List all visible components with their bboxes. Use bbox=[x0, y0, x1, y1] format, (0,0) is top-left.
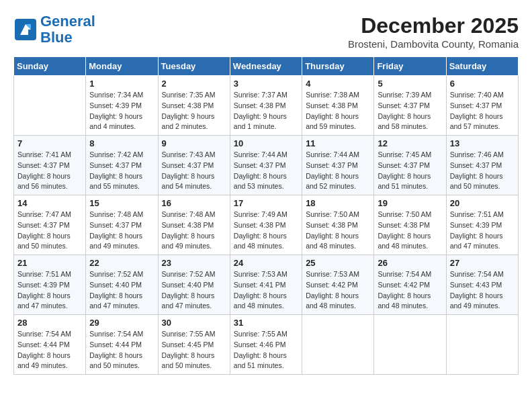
sunrise-time: Sunrise: 7:48 AM bbox=[89, 210, 154, 220]
sunrise-time: Sunrise: 7:34 AM bbox=[89, 90, 154, 101]
sunset-time: Sunset: 4:39 PM bbox=[450, 220, 515, 231]
calendar-cell: 30Sunrise: 7:55 AMSunset: 4:45 PMDayligh… bbox=[158, 315, 230, 375]
sunset-time: Sunset: 4:40 PM bbox=[162, 280, 226, 291]
calendar-cell: 6Sunrise: 7:40 AMSunset: 4:37 PMDaylight… bbox=[446, 76, 518, 136]
calendar-week-2: 7Sunrise: 7:41 AMSunset: 4:37 PMDaylight… bbox=[14, 136, 519, 195]
day-number: 29 bbox=[89, 318, 154, 328]
day-info: Sunrise: 7:51 AMSunset: 4:39 PMDaylight:… bbox=[17, 269, 82, 312]
sunrise-time: Sunrise: 7:45 AM bbox=[378, 150, 442, 161]
calendar-cell: 19Sunrise: 7:50 AMSunset: 4:38 PMDayligh… bbox=[374, 195, 446, 255]
daylight-hours: Daylight: 8 hours and 51 minutes. bbox=[234, 351, 298, 372]
day-number: 28 bbox=[17, 318, 82, 328]
day-info: Sunrise: 7:50 AMSunset: 4:38 PMDaylight:… bbox=[306, 210, 370, 252]
sunrise-time: Sunrise: 7:43 AM bbox=[162, 150, 226, 161]
calendar-cell: 2Sunrise: 7:35 AMSunset: 4:38 PMDaylight… bbox=[158, 76, 230, 136]
calendar-week-3: 14Sunrise: 7:47 AMSunset: 4:37 PMDayligh… bbox=[14, 195, 519, 255]
calendar-cell: 27Sunrise: 7:54 AMSunset: 4:43 PMDayligh… bbox=[446, 255, 518, 315]
calendar-cell: 4Sunrise: 7:38 AMSunset: 4:38 PMDaylight… bbox=[302, 76, 374, 136]
calendar-cell: 5Sunrise: 7:39 AMSunset: 4:37 PMDaylight… bbox=[374, 76, 446, 136]
calendar-cell: 1Sunrise: 7:34 AMSunset: 4:39 PMDaylight… bbox=[86, 76, 158, 136]
day-info: Sunrise: 7:49 AMSunset: 4:38 PMDaylight:… bbox=[234, 210, 298, 252]
day-info: Sunrise: 7:50 AMSunset: 4:38 PMDaylight:… bbox=[378, 210, 442, 252]
day-number: 15 bbox=[89, 198, 154, 208]
logo-text: General Blue bbox=[40, 13, 95, 46]
sunrise-time: Sunrise: 7:53 AM bbox=[234, 269, 298, 280]
calendar-cell: 16Sunrise: 7:48 AMSunset: 4:38 PMDayligh… bbox=[158, 195, 230, 255]
calendar-header-monday: Monday bbox=[86, 57, 158, 76]
day-number: 31 bbox=[234, 318, 298, 328]
day-number: 18 bbox=[306, 198, 370, 208]
day-info: Sunrise: 7:41 AMSunset: 4:37 PMDaylight:… bbox=[17, 150, 82, 192]
sunrise-time: Sunrise: 7:50 AM bbox=[306, 210, 370, 220]
daylight-hours: Daylight: 8 hours and 49 minutes. bbox=[162, 231, 226, 253]
day-info: Sunrise: 7:47 AMSunset: 4:37 PMDaylight:… bbox=[17, 210, 82, 252]
sunset-time: Sunset: 4:44 PM bbox=[17, 340, 82, 351]
logo: General Blue bbox=[13, 13, 95, 46]
calendar-table: SundayMondayTuesdayWednesdayThursdayFrid… bbox=[13, 56, 519, 375]
calendar-header-row: SundayMondayTuesdayWednesdayThursdayFrid… bbox=[14, 57, 519, 76]
day-number: 10 bbox=[234, 138, 298, 148]
day-number: 25 bbox=[306, 258, 370, 268]
day-info: Sunrise: 7:44 AMSunset: 4:37 PMDaylight:… bbox=[306, 150, 370, 192]
calendar-cell bbox=[446, 315, 518, 375]
calendar-cell: 31Sunrise: 7:55 AMSunset: 4:46 PMDayligh… bbox=[230, 315, 302, 375]
daylight-hours: Daylight: 8 hours and 59 minutes. bbox=[306, 111, 370, 133]
daylight-hours: Daylight: 8 hours and 52 minutes. bbox=[306, 171, 370, 193]
sunrise-time: Sunrise: 7:44 AM bbox=[234, 150, 298, 161]
sunset-time: Sunset: 4:37 PM bbox=[89, 220, 154, 231]
calendar-cell: 23Sunrise: 7:52 AMSunset: 4:40 PMDayligh… bbox=[158, 255, 230, 315]
daylight-hours: Daylight: 8 hours and 48 minutes. bbox=[306, 231, 370, 253]
day-info: Sunrise: 7:44 AMSunset: 4:37 PMDaylight:… bbox=[234, 150, 298, 192]
sunset-time: Sunset: 4:39 PM bbox=[17, 280, 82, 291]
daylight-hours: Daylight: 8 hours and 49 minutes. bbox=[17, 351, 82, 372]
day-number: 6 bbox=[450, 79, 515, 89]
logo-line2: Blue bbox=[40, 29, 73, 46]
sunset-time: Sunset: 4:39 PM bbox=[89, 101, 154, 111]
calendar-header-thursday: Thursday bbox=[302, 57, 374, 76]
daylight-hours: Daylight: 8 hours and 53 minutes. bbox=[234, 171, 298, 193]
daylight-hours: Daylight: 8 hours and 47 minutes. bbox=[162, 291, 226, 312]
calendar-cell: 13Sunrise: 7:46 AMSunset: 4:37 PMDayligh… bbox=[446, 136, 518, 195]
day-number: 11 bbox=[306, 138, 370, 148]
day-info: Sunrise: 7:54 AMSunset: 4:44 PMDaylight:… bbox=[17, 329, 82, 371]
day-number: 9 bbox=[162, 138, 226, 148]
day-number: 1 bbox=[89, 79, 154, 89]
sunset-time: Sunset: 4:46 PM bbox=[234, 340, 298, 351]
day-number: 20 bbox=[450, 198, 515, 208]
calendar-cell: 18Sunrise: 7:50 AMSunset: 4:38 PMDayligh… bbox=[302, 195, 374, 255]
calendar-cell: 7Sunrise: 7:41 AMSunset: 4:37 PMDaylight… bbox=[14, 136, 86, 195]
sunset-time: Sunset: 4:37 PM bbox=[162, 161, 226, 171]
sunrise-time: Sunrise: 7:48 AM bbox=[162, 210, 226, 220]
calendar-cell bbox=[14, 76, 86, 136]
calendar-cell: 8Sunrise: 7:42 AMSunset: 4:37 PMDaylight… bbox=[86, 136, 158, 195]
day-info: Sunrise: 7:48 AMSunset: 4:38 PMDaylight:… bbox=[162, 210, 226, 252]
sunset-time: Sunset: 4:37 PM bbox=[89, 161, 154, 171]
daylight-hours: Daylight: 9 hours and 4 minutes. bbox=[89, 111, 154, 133]
sunrise-time: Sunrise: 7:42 AM bbox=[89, 150, 154, 161]
sunrise-time: Sunrise: 7:52 AM bbox=[89, 269, 154, 280]
sunset-time: Sunset: 4:38 PM bbox=[162, 101, 226, 111]
sunrise-time: Sunrise: 7:35 AM bbox=[162, 90, 226, 101]
daylight-hours: Daylight: 8 hours and 47 minutes. bbox=[17, 291, 82, 312]
daylight-hours: Daylight: 8 hours and 48 minutes. bbox=[378, 231, 442, 253]
calendar-cell: 29Sunrise: 7:54 AMSunset: 4:44 PMDayligh… bbox=[86, 315, 158, 375]
sunset-time: Sunset: 4:42 PM bbox=[378, 280, 442, 291]
calendar-cell: 17Sunrise: 7:49 AMSunset: 4:38 PMDayligh… bbox=[230, 195, 302, 255]
sunrise-time: Sunrise: 7:49 AM bbox=[234, 210, 298, 220]
day-info: Sunrise: 7:54 AMSunset: 4:42 PMDaylight:… bbox=[378, 269, 442, 312]
day-number: 16 bbox=[162, 198, 226, 208]
day-info: Sunrise: 7:54 AMSunset: 4:44 PMDaylight:… bbox=[89, 329, 154, 371]
sunset-time: Sunset: 4:40 PM bbox=[89, 280, 154, 291]
sunset-time: Sunset: 4:41 PM bbox=[234, 280, 298, 291]
daylight-hours: Daylight: 8 hours and 51 minutes. bbox=[378, 171, 442, 193]
day-number: 2 bbox=[162, 79, 226, 89]
page-header: General Blue December 2025 Brosteni, Dam… bbox=[13, 13, 519, 50]
sunrise-time: Sunrise: 7:38 AM bbox=[306, 90, 370, 101]
sunrise-time: Sunrise: 7:41 AM bbox=[17, 150, 82, 161]
daylight-hours: Daylight: 8 hours and 56 minutes. bbox=[17, 171, 82, 193]
title-block: December 2025 Brosteni, Dambovita County… bbox=[348, 13, 519, 50]
sunrise-time: Sunrise: 7:53 AM bbox=[306, 269, 370, 280]
day-number: 4 bbox=[306, 79, 370, 89]
sunrise-time: Sunrise: 7:39 AM bbox=[378, 90, 442, 101]
day-info: Sunrise: 7:43 AMSunset: 4:37 PMDaylight:… bbox=[162, 150, 226, 192]
